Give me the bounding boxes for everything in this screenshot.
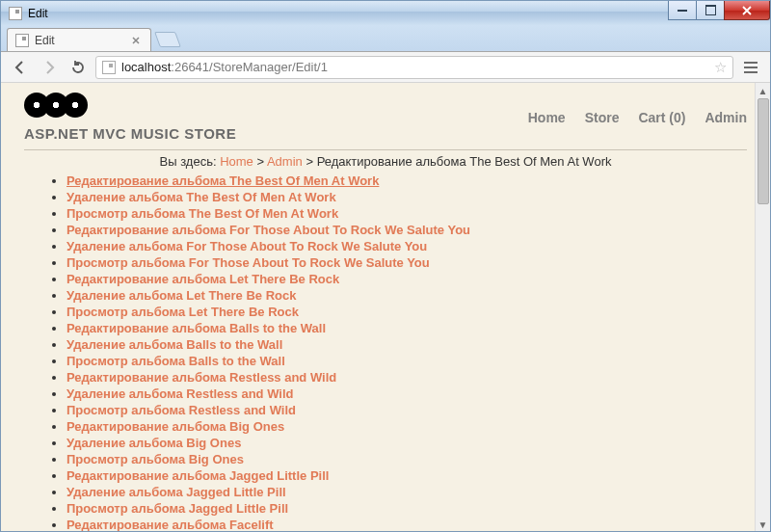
breadcrumb-current: Редактирование альбома The Best Of Men A… [317, 154, 612, 169]
nav-store[interactable]: Store [585, 110, 620, 125]
album-view-link[interactable]: Просмотр альбома Jagged Little Pill [66, 501, 288, 516]
album-view-link[interactable]: Просмотр альбома Big Ones [66, 452, 244, 466]
breadcrumb-sep: > [303, 154, 317, 169]
url-host: localhost [121, 60, 171, 74]
album-view-link[interactable]: Просмотр альбома Restless and Wild [66, 403, 296, 417]
album-view-link[interactable]: Просмотр альбома Balls to the Wall [66, 354, 285, 368]
nav-home[interactable]: Home [528, 110, 566, 125]
tab-title: Edit [35, 34, 55, 47]
site-logo [24, 93, 93, 120]
list-item: Удаление альбома Big Ones [66, 435, 747, 451]
album-edit-link[interactable]: Редактирование альбома Facelift [66, 518, 274, 532]
breadcrumb-admin[interactable]: Admin [267, 154, 303, 169]
divider [24, 149, 747, 150]
forward-button[interactable] [38, 56, 61, 79]
site-header: ASP.NET MVC MUSIC STORE Home Store Cart … [24, 93, 747, 142]
album-edit-link[interactable]: Редактирование альбома Let There Be Rock [66, 272, 339, 286]
list-item: Удаление альбома Restless and Wild [66, 386, 747, 402]
list-item: Просмотр альбома Balls to the Wall [66, 353, 747, 369]
breadcrumb-prefix: Вы здесь: [160, 154, 221, 169]
nav-cart[interactable]: Cart (0) [638, 110, 685, 125]
album-delete-link[interactable]: Удаление альбома Balls to the Wall [66, 337, 282, 352]
list-item: Просмотр альбома For Those About To Rock… [66, 254, 747, 271]
album-edit-link[interactable]: Редактирование альбома Balls to the Wall [66, 321, 326, 335]
url-port: :26641 [171, 60, 209, 74]
window-favicon [9, 7, 22, 20]
window-titlebar: Edit [1, 0, 770, 25]
list-item: Просмотр альбома Restless and Wild [66, 402, 747, 418]
nav-admin[interactable]: Admin [705, 110, 747, 125]
list-item: Просмотр альбома The Best Of Men At Work [66, 205, 747, 222]
page-viewport: ASP.NET MVC MUSIC STORE Home Store Cart … [1, 83, 770, 532]
window-buttons [669, 1, 770, 25]
list-item: Просмотр альбома Let There Be Rock [66, 304, 747, 320]
list-item: Редактирование альбома Facelift [66, 517, 747, 532]
window-minimize-button[interactable] [668, 1, 697, 20]
window-close-button[interactable] [724, 1, 770, 20]
list-item: Удаление альбома Jagged Little Pill [66, 484, 747, 500]
list-item: Удаление альбома Balls to the Wall [66, 336, 747, 353]
scroll-track[interactable] [756, 98, 770, 517]
site-title: ASP.NET MVC MUSIC STORE [24, 125, 236, 142]
scroll-up-button[interactable]: ▲ [756, 83, 771, 98]
album-delete-link[interactable]: Удаление альбома Big Ones [66, 436, 241, 450]
vertical-scrollbar[interactable]: ▲ ▼ [755, 83, 770, 532]
browser-tabstrip: Edit [1, 25, 770, 52]
window-title-wrap: Edit [9, 7, 48, 20]
bookmark-star-icon[interactable]: ☆ [714, 59, 727, 76]
logo-disc [63, 93, 88, 118]
list-item: Редактирование альбома Balls to the Wall [66, 320, 747, 336]
new-tab-button[interactable] [154, 32, 181, 47]
top-nav: Home Store Cart (0) Admin [528, 110, 747, 125]
album-delete-link[interactable]: Удаление альбома Let There Be Rock [66, 288, 296, 303]
breadcrumb-home[interactable]: Home [220, 154, 253, 169]
page-body: ASP.NET MVC MUSIC STORE Home Store Cart … [1, 83, 770, 532]
url-path: /StoreManager/Edit/1 [209, 60, 328, 74]
list-item: Редактирование альбома The Best Of Men A… [66, 173, 747, 189]
album-delete-link[interactable]: Удаление альбома The Best Of Men At Work [66, 190, 336, 204]
tab-favicon [15, 34, 29, 47]
list-item: Удаление альбома The Best Of Men At Work [66, 189, 747, 205]
list-item: Просмотр альбома Big Ones [66, 451, 747, 467]
browser-menu-button[interactable] [739, 56, 762, 79]
album-edit-link[interactable]: Редактирование альбома Jagged Little Pil… [66, 468, 329, 483]
list-item: Удаление альбома For Those About To Rock… [66, 238, 747, 254]
album-view-link[interactable]: Просмотр альбома The Best Of Men At Work [66, 206, 338, 221]
reload-button[interactable] [66, 56, 90, 79]
list-item: Редактирование альбома For Those About T… [66, 222, 747, 238]
album-edit-link[interactable]: Редактирование альбома For Those About T… [66, 223, 470, 237]
browser-tab[interactable]: Edit [7, 28, 151, 51]
list-item: Редактирование альбома Let There Be Rock [66, 271, 747, 287]
breadcrumb: Вы здесь: Home > Admin > Редактирование … [24, 154, 747, 169]
list-item: Просмотр альбома Jagged Little Pill [66, 500, 747, 517]
list-item: Редактирование альбома Restless and Wild [66, 369, 747, 386]
album-edit-link[interactable]: Редактирование альбома Restless and Wild [66, 370, 336, 385]
album-delete-link[interactable]: Удаление альбома Jagged Little Pill [66, 485, 286, 499]
browser-toolbar: localhost:26641/StoreManager/Edit/1 ☆ [1, 52, 770, 83]
list-item: Удаление альбома Let There Be Rock [66, 287, 747, 304]
address-bar[interactable]: localhost:26641/StoreManager/Edit/1 ☆ [95, 56, 733, 79]
window-maximize-button[interactable] [696, 1, 725, 20]
album-edit-link[interactable]: Редактирование альбома The Best Of Men A… [66, 173, 379, 188]
list-item: Редактирование альбома Big Ones [66, 418, 747, 435]
site-identity-icon [102, 61, 116, 74]
url-text: localhost:26641/StoreManager/Edit/1 [121, 60, 328, 74]
breadcrumb-sep: > [253, 154, 267, 169]
brand: ASP.NET MVC MUSIC STORE [24, 93, 236, 142]
window-title-text: Edit [28, 7, 48, 20]
album-delete-link[interactable]: Удаление альбома For Those About To Rock… [66, 239, 427, 253]
album-action-list: Редактирование альбома The Best Of Men A… [24, 173, 747, 532]
scroll-thumb[interactable] [758, 98, 769, 204]
tab-close-button[interactable] [129, 34, 143, 47]
scroll-down-button[interactable]: ▼ [756, 517, 771, 532]
album-view-link[interactable]: Просмотр альбома For Those About To Rock… [66, 255, 430, 270]
album-delete-link[interactable]: Удаление альбома Restless and Wild [66, 386, 293, 401]
back-button[interactable] [9, 56, 32, 79]
album-edit-link[interactable]: Редактирование альбома Big Ones [66, 419, 284, 434]
album-view-link[interactable]: Просмотр альбома Let There Be Rock [66, 305, 299, 319]
list-item: Редактирование альбома Jagged Little Pil… [66, 467, 747, 484]
